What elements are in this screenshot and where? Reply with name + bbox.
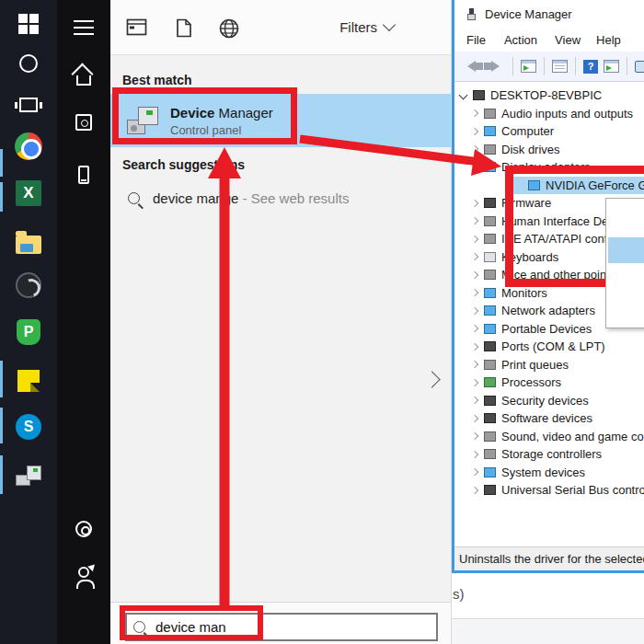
chevron-collapsed-icon[interactable] xyxy=(469,270,482,281)
chevron-collapsed-icon[interactable] xyxy=(469,234,482,245)
tree-item[interactable]: Audio inputs and outputs xyxy=(454,105,644,123)
device-manager-taskbar-icon[interactable] xyxy=(0,462,57,486)
tree-item-label: Computer xyxy=(501,124,554,138)
filters-dropdown[interactable]: Filters xyxy=(339,19,394,35)
chevron-collapsed-icon[interactable] xyxy=(469,466,482,477)
running-indicator xyxy=(0,455,3,494)
device-icon[interactable] xyxy=(57,166,110,184)
printer-icon xyxy=(484,360,496,370)
web-tab-icon[interactable] xyxy=(219,18,239,42)
action-pane-button[interactable] xyxy=(604,60,619,73)
tree-item[interactable]: Print queues xyxy=(454,356,644,374)
window-title: Device Manager xyxy=(485,7,572,21)
tree-item[interactable]: Computer xyxy=(454,122,644,141)
chevron-collapsed-icon[interactable] xyxy=(469,413,482,424)
tree-item-label: Network adapters xyxy=(501,304,595,317)
tree-item[interactable]: Ports (COM & LPT) xyxy=(454,338,644,356)
tree-item[interactable]: DESKTOP-8EVBPIC xyxy=(454,86,644,105)
context-menu-highlighted-item[interactable] xyxy=(608,237,644,263)
chevron-down-icon xyxy=(383,18,396,31)
home-icon[interactable] xyxy=(57,67,110,86)
tree-item[interactable]: Disk drives xyxy=(454,141,644,159)
account-icon[interactable] xyxy=(57,561,110,578)
suggestion-text: device mange - See web results xyxy=(153,190,349,206)
tree-item[interactable]: System devices xyxy=(454,464,644,482)
tree-item-label: Storage controllers xyxy=(501,447,602,461)
chevron-collapsed-icon[interactable] xyxy=(469,108,482,119)
hid-icon xyxy=(484,216,496,226)
chevron-collapsed-icon[interactable] xyxy=(469,215,482,226)
tree-item-label: Audio inputs and outputs xyxy=(501,107,633,121)
chevron-collapsed-icon[interactable] xyxy=(469,198,482,209)
speaker-icon xyxy=(484,109,496,119)
keyboard-icon xyxy=(484,252,496,262)
chevron-collapsed-icon[interactable] xyxy=(469,377,482,388)
chrome-icon[interactable] xyxy=(0,132,57,160)
storage-icon xyxy=(484,449,496,459)
tree-item-label: Print queues xyxy=(501,358,569,372)
search-suggestion-item[interactable]: device mange - See web results xyxy=(110,183,451,213)
skype-icon[interactable]: S xyxy=(0,414,57,440)
obs-studio-icon[interactable] xyxy=(0,272,57,298)
running-indicator xyxy=(0,408,3,443)
start-button-icon[interactable] xyxy=(0,14,57,34)
tree-item[interactable]: Universal Serial Bus controllers xyxy=(454,481,644,500)
context-menu-panel[interactable] xyxy=(605,198,644,328)
menu-action[interactable]: Action xyxy=(504,33,537,47)
tree-item-label: Portable Devices xyxy=(501,322,592,336)
chevron-collapsed-icon[interactable] xyxy=(469,395,482,406)
chevron-collapsed-icon[interactable] xyxy=(469,485,482,496)
chevron-collapsed-icon[interactable] xyxy=(469,323,482,334)
documents-tab-icon[interactable] xyxy=(176,18,192,41)
file-explorer-icon[interactable] xyxy=(0,230,57,254)
settings-gear-icon[interactable] xyxy=(57,521,110,537)
disk-icon xyxy=(484,144,496,155)
tree-item-label: Processors xyxy=(501,375,561,389)
tree-item[interactable]: Software devices xyxy=(454,409,644,428)
sticky-notes-icon[interactable] xyxy=(0,370,57,392)
running-indicator xyxy=(0,361,3,397)
chevron-collapsed-icon[interactable] xyxy=(469,162,482,173)
chevron-collapsed-icon[interactable] xyxy=(469,251,482,262)
tree-item[interactable]: Storage controllers xyxy=(454,445,644,464)
menu-help[interactable]: Help xyxy=(596,33,621,47)
chevron-collapsed-icon[interactable] xyxy=(469,126,482,137)
chevron-collapsed-icon[interactable] xyxy=(469,144,482,155)
cortana-icon[interactable] xyxy=(0,54,57,73)
sound-icon xyxy=(484,431,496,442)
purevpn-icon[interactable]: P xyxy=(0,319,57,345)
chevron-collapsed-icon[interactable] xyxy=(469,431,482,442)
pictures-icon[interactable] xyxy=(57,114,110,131)
chevron-collapsed-icon[interactable] xyxy=(469,341,482,352)
title-bar[interactable]: Device Manager xyxy=(454,0,644,28)
tree-item[interactable]: Processors xyxy=(454,374,644,392)
chevron-expanded-icon[interactable] xyxy=(458,90,471,101)
chevron-collapsed-icon[interactable] xyxy=(469,359,482,370)
menu-view[interactable]: View xyxy=(555,33,581,47)
tree-item-label: Monitors xyxy=(501,286,547,300)
scan-hardware-button[interactable] xyxy=(635,61,644,73)
security-icon xyxy=(484,396,496,406)
chevron-collapsed-icon[interactable] xyxy=(469,287,482,298)
properties-button[interactable] xyxy=(552,60,568,73)
chevron-collapsed-icon[interactable] xyxy=(469,449,482,460)
console-tree-button[interactable] xyxy=(521,60,536,73)
tree-item[interactable]: Security devices xyxy=(454,392,644,410)
forward-button[interactable] xyxy=(491,61,505,72)
task-view-icon[interactable] xyxy=(0,98,57,112)
menu-hamburger-icon[interactable] xyxy=(57,20,110,35)
best-match-heading: Best match xyxy=(122,73,191,87)
excel-icon[interactable]: X xyxy=(0,180,57,206)
menu-bar: File Action View Help xyxy=(454,28,644,52)
back-button[interactable] xyxy=(462,61,476,72)
chevron-collapsed-icon[interactable] xyxy=(469,305,482,316)
help-button[interactable]: ? xyxy=(583,60,598,74)
menu-file[interactable]: File xyxy=(466,33,486,47)
tree-item[interactable]: Sound, video and game controllers xyxy=(454,428,644,446)
apps-tab-icon[interactable] xyxy=(126,18,147,40)
ports-icon xyxy=(484,341,496,351)
background-text-fragment: s) xyxy=(453,586,465,602)
start-menu-rail xyxy=(57,0,110,644)
usb-icon xyxy=(484,485,496,495)
status-bar: Uninstalls the driver for the selected d… xyxy=(454,546,644,570)
